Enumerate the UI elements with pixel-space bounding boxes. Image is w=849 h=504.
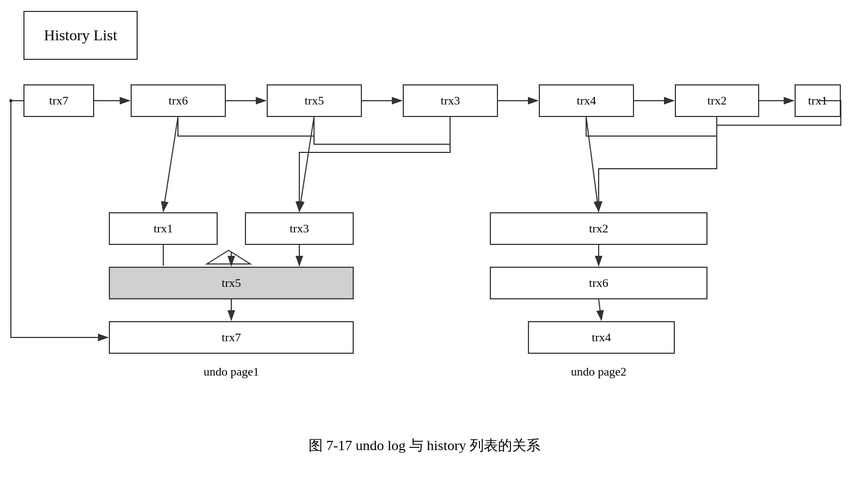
svg-line-9 (299, 117, 314, 211)
trx7-top: trx7 (23, 84, 94, 117)
svg-line-17 (599, 299, 601, 320)
trx7-top-label: trx7 (49, 94, 68, 108)
trx5-top: trx5 (267, 84, 362, 117)
trx4-top: trx4 (539, 84, 634, 117)
trx2-top: trx2 (675, 84, 759, 117)
trx6-page2: trx6 (490, 267, 707, 299)
trx2-page2-label: trx2 (589, 222, 608, 236)
trx2-page2: trx2 (490, 212, 707, 245)
svg-line-10 (586, 117, 599, 211)
trx5-page1-label: trx5 (222, 276, 241, 290)
undo-page2-label: undo page2 (490, 365, 707, 379)
trx5-page1: trx5 (109, 267, 354, 299)
trx3-page1-label: trx3 (290, 222, 309, 236)
trx4-top-label: trx4 (577, 94, 596, 108)
svg-line-8 (163, 117, 178, 211)
trx4-page2-label: trx4 (592, 330, 611, 345)
trx6-page2-label: trx6 (589, 276, 608, 290)
trx1-top-label: trx1 (808, 94, 827, 108)
history-list-label: History List (44, 27, 118, 44)
trx4-page2: trx4 (528, 321, 675, 354)
trx3-page1: trx3 (245, 212, 354, 245)
trx7-page1: trx7 (109, 321, 354, 354)
trx1-page1-label: trx1 (153, 222, 173, 236)
svg-point-18 (9, 99, 13, 102)
trx7-page1-label: trx7 (222, 330, 241, 345)
trx1-top: trx1 (795, 84, 841, 117)
trx1-page1: trx1 (109, 212, 218, 245)
trx3-top: trx3 (403, 84, 498, 117)
arrows-overlay (0, 0, 849, 504)
history-list-box: History List (23, 11, 138, 60)
trx3-top-label: trx3 (441, 94, 460, 108)
diagram-container: History List trx7 trx6 trx5 trx3 trx4 tr… (0, 0, 849, 504)
trx6-top-label: trx6 (169, 94, 188, 108)
trx2-top-label: trx2 (707, 94, 727, 108)
figure-caption: 图 7-17 undo log 与 history 列表的关系 (0, 436, 849, 455)
trx5-top-label: trx5 (305, 94, 324, 108)
svg-marker-13 (207, 250, 250, 264)
trx6-top: trx6 (131, 84, 226, 117)
undo-page1-label: undo page1 (109, 365, 354, 379)
